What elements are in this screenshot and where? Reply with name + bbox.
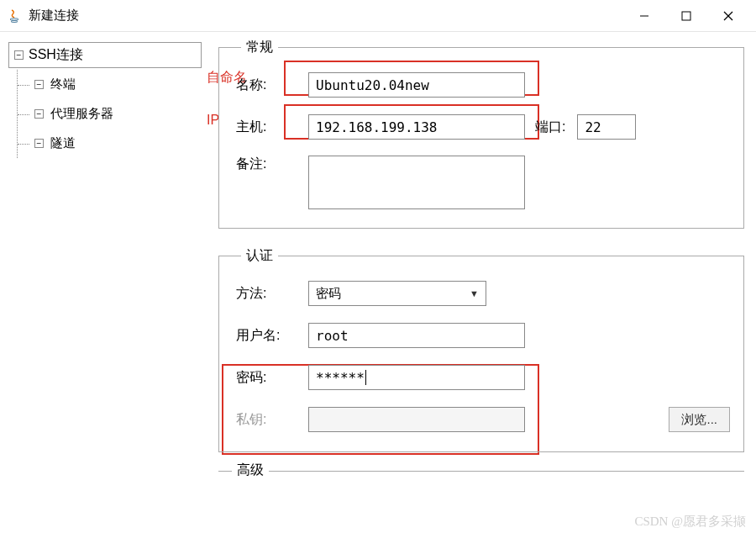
method-label: 方法: bbox=[233, 285, 308, 303]
tree-item-label: 终端 bbox=[50, 77, 76, 92]
chevron-down-icon: ▼ bbox=[470, 288, 479, 298]
main-panel: 自命名 IP 常规 名称: 主机: 端口: 备注: 认证 bbox=[210, 32, 756, 533]
remark-label: 备注: bbox=[233, 156, 308, 173]
collapse-icon: − bbox=[34, 109, 44, 119]
tree-item-label: 隧道 bbox=[50, 135, 76, 151]
svg-rect-3 bbox=[682, 12, 690, 20]
maximize-button[interactable] bbox=[665, 0, 707, 32]
tree-item-tunnel[interactable]: − 隧道 bbox=[18, 129, 202, 158]
browse-button[interactable]: 浏览... bbox=[669, 407, 730, 432]
password-input[interactable]: ****** bbox=[308, 365, 525, 390]
advanced-legend: 高级 bbox=[232, 462, 269, 479]
window-controls bbox=[623, 0, 749, 32]
tree-root-ssh[interactable]: − SSH连接 bbox=[8, 42, 202, 68]
window-title: 新建连接 bbox=[29, 8, 79, 24]
collapse-icon: − bbox=[34, 80, 44, 89]
name-input[interactable] bbox=[308, 72, 525, 98]
sidebar: − SSH连接 − 终端 − 代理服务器 − 隧道 bbox=[0, 32, 210, 533]
method-value: 密码 bbox=[316, 286, 341, 302]
tree-root-label: SSH连接 bbox=[29, 46, 83, 64]
java-icon bbox=[7, 8, 22, 24]
svg-point-1 bbox=[11, 20, 18, 22]
close-button[interactable] bbox=[707, 0, 749, 32]
method-select[interactable]: 密码 ▼ bbox=[308, 281, 486, 306]
password-label: 密码: bbox=[233, 369, 308, 387]
remark-textarea[interactable] bbox=[308, 156, 525, 209]
port-label: 端口: bbox=[535, 119, 565, 136]
username-label: 用户名: bbox=[233, 327, 308, 345]
auth-group: 认证 方法: 密码 ▼ 用户名: 密码: ****** 私钥: bbox=[218, 247, 744, 452]
minimize-button[interactable] bbox=[623, 0, 665, 32]
name-label: 名称: bbox=[233, 77, 308, 94]
collapse-icon[interactable]: − bbox=[14, 50, 24, 60]
svg-point-0 bbox=[10, 18, 18, 19]
host-input[interactable] bbox=[308, 114, 525, 140]
tree-item-terminal[interactable]: − 终端 bbox=[18, 70, 202, 99]
auth-legend: 认证 bbox=[241, 247, 278, 265]
username-input[interactable] bbox=[308, 323, 525, 348]
host-label: 主机: bbox=[233, 119, 308, 136]
general-legend: 常规 bbox=[241, 39, 278, 56]
port-input[interactable] bbox=[577, 114, 636, 140]
tree-item-proxy[interactable]: − 代理服务器 bbox=[18, 99, 202, 129]
advanced-group: 高级 bbox=[218, 471, 744, 472]
password-value: ****** bbox=[316, 370, 365, 386]
general-group: 常规 名称: 主机: 端口: 备注: bbox=[218, 39, 744, 229]
collapse-icon: − bbox=[34, 139, 44, 148]
text-cursor bbox=[365, 370, 366, 385]
annotation-host: IP bbox=[207, 113, 219, 128]
tree-item-label: 代理服务器 bbox=[50, 106, 113, 122]
watermark: CSDN @愿君多采撷 bbox=[634, 514, 746, 530]
titlebar: 新建连接 bbox=[0, 0, 756, 32]
privatekey-label: 私钥: bbox=[233, 411, 308, 429]
privatekey-input bbox=[308, 407, 525, 432]
